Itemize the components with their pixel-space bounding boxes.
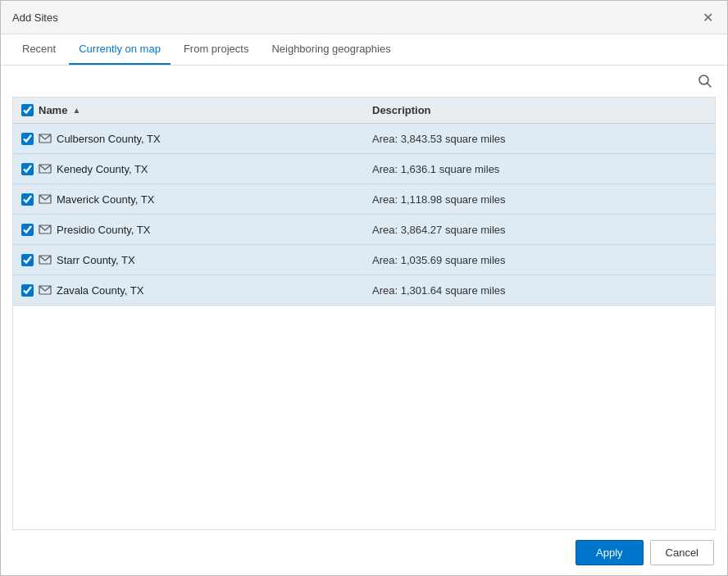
name-cell: Presidio County, TX — [13, 215, 364, 244]
site-icon — [39, 132, 52, 145]
apply-button[interactable]: Apply — [576, 540, 644, 565]
row-checkbox[interactable] — [21, 133, 34, 145]
table-row: Zavala County, TX Area: 1,301.64 square … — [13, 275, 715, 306]
description-cell: Area: 1,118.98 square miles — [364, 185, 715, 214]
row-checkbox[interactable] — [21, 193, 34, 206]
name-cell: Starr County, TX — [13, 245, 364, 274]
name-column-header[interactable]: Name ▲ — [13, 98, 364, 123]
row-checkbox[interactable] — [21, 284, 34, 297]
sort-arrow-icon: ▲ — [72, 106, 80, 115]
dialog-footer: Apply Cancel — [1, 530, 727, 575]
tab-from-projects[interactable]: From projects — [174, 34, 258, 65]
tab-neighboring-geographies[interactable]: Neighboring geographies — [262, 34, 400, 65]
row-checkbox[interactable] — [21, 163, 34, 175]
site-name: Starr County, TX — [57, 254, 135, 266]
tab-currently-on-map[interactable]: Currently on map — [69, 34, 171, 65]
cancel-button[interactable]: Cancel — [650, 540, 714, 565]
sites-table: Name ▲ Description Culberson County, TX … — [12, 97, 716, 530]
table-row: Kenedy County, TX Area: 1,636.1 square m… — [13, 154, 715, 184]
site-icon — [39, 283, 52, 297]
dialog-title: Add Sites — [12, 11, 58, 24]
name-cell: Maverick County, TX — [13, 184, 364, 214]
name-cell: Culberson County, TX — [13, 124, 364, 153]
name-cell: Zavala County, TX — [13, 275, 364, 305]
table-row: Maverick County, TX Area: 1,118.98 squar… — [13, 184, 715, 215]
site-name: Kenedy County, TX — [57, 163, 148, 175]
description-cell: Area: 3,843.53 square miles — [364, 125, 715, 153]
description-cell: Area: 3,864.27 square miles — [364, 215, 715, 244]
svg-line-1 — [708, 84, 712, 88]
add-sites-dialog: Add Sites ✕ Recent Currently on map From… — [0, 0, 728, 576]
name-column-label: Name — [39, 104, 67, 116]
toolbar — [1, 66, 727, 97]
table-body: Culberson County, TX Area: 3,843.53 squa… — [13, 124, 715, 306]
site-name: Culberson County, TX — [57, 133, 161, 145]
table-row: Starr County, TX Area: 1,035.69 square m… — [13, 245, 715, 275]
row-checkbox[interactable] — [21, 254, 34, 266]
select-all-checkbox[interactable] — [21, 104, 34, 116]
search-icon — [698, 74, 712, 88]
name-cell: Kenedy County, TX — [13, 154, 364, 184]
description-column-header: Description — [364, 98, 715, 123]
description-cell: Area: 1,035.69 square miles — [364, 246, 715, 274]
table-row: Presidio County, TX Area: 3,864.27 squar… — [13, 215, 715, 245]
site-name: Zavala County, TX — [57, 284, 143, 297]
search-button[interactable] — [694, 70, 716, 92]
close-button[interactable]: ✕ — [699, 9, 716, 25]
description-column-label: Description — [372, 104, 431, 116]
dialog-title-bar: Add Sites ✕ — [1, 1, 727, 34]
row-checkbox[interactable] — [21, 224, 34, 236]
site-name: Presidio County, TX — [57, 224, 150, 236]
description-cell: Area: 1,301.64 square miles — [364, 276, 715, 305]
description-cell: Area: 1,636.1 square miles — [364, 155, 715, 184]
tabs-bar: Recent Currently on map From projects Ne… — [1, 34, 727, 66]
site-icon — [39, 162, 52, 175]
site-icon — [39, 223, 52, 236]
tab-recent[interactable]: Recent — [12, 34, 66, 65]
site-name: Maverick County, TX — [57, 193, 154, 206]
site-icon — [39, 253, 52, 266]
table-row: Culberson County, TX Area: 3,843.53 squa… — [13, 124, 715, 154]
table-header: Name ▲ Description — [13, 98, 715, 124]
site-icon — [39, 193, 52, 206]
